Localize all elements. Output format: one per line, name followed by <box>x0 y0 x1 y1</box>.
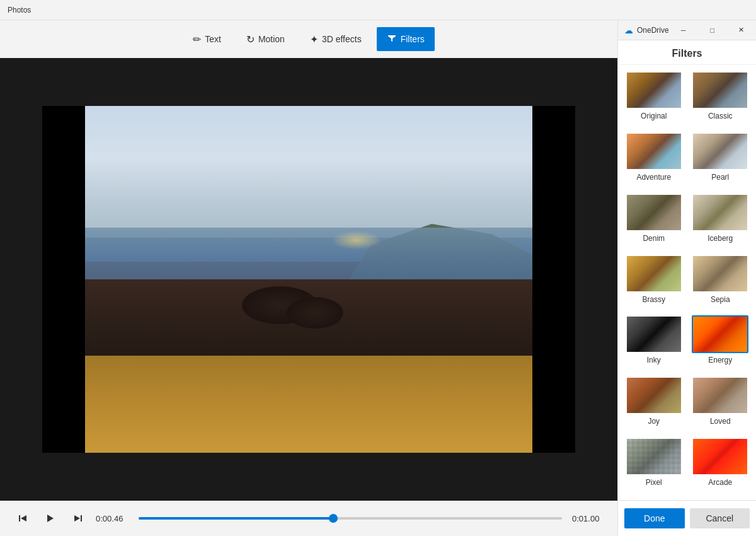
text-icon: ✏ <box>193 33 201 45</box>
cancel-button[interactable]: Cancel <box>690 508 750 528</box>
filters-grid: OriginalClassicAdventurePearlDenimIceber… <box>618 65 756 500</box>
svg-rect-1 <box>19 515 20 521</box>
filter-item-sepia[interactable]: Sepia <box>691 255 750 311</box>
filter-item-adventure[interactable]: Adventure <box>624 132 684 189</box>
filter-label-arcade: Arcade <box>708 478 732 487</box>
filter-thumb-loved <box>692 376 748 414</box>
filter-item-original[interactable]: Original <box>624 71 684 127</box>
svg-marker-3 <box>74 515 80 521</box>
filter-label-sepia: Sepia <box>711 295 730 304</box>
filter-label-loved: Loved <box>710 417 731 426</box>
filter-thumb-inner-pearl <box>693 134 747 169</box>
filter-label-pearl: Pearl <box>711 173 729 182</box>
filter-item-iceberg[interactable]: Iceberg <box>691 194 750 250</box>
filter-thumb-denim <box>626 194 682 231</box>
video-frame <box>42 106 575 453</box>
total-time: 0:01.00 <box>572 514 605 523</box>
filter-thumb-adventure <box>626 132 682 170</box>
filter-item-loved[interactable]: Loved <box>691 376 750 433</box>
filter-item-pearl[interactable]: Pearl <box>691 132 750 189</box>
filter-item-denim[interactable]: Denim <box>624 194 684 250</box>
filter-thumb-inner-classic <box>693 73 747 108</box>
filter-label-original: Original <box>641 112 667 120</box>
filters-label: Filters <box>401 34 425 44</box>
filter-thumb-pixel <box>626 438 682 475</box>
filter-item-brassy[interactable]: Brassy <box>624 255 684 311</box>
filters-button[interactable]: Filters <box>377 27 435 51</box>
filter-thumb-inner-iceberg <box>693 195 747 230</box>
play-button[interactable] <box>40 508 60 528</box>
playback-controls-area: 0:00.46 0:01.00 <box>0 501 617 536</box>
onedrive-bar: ☁ OneDrive ─ □ ✕ <box>618 20 756 40</box>
filter-item-energy[interactable]: Energy <box>691 315 750 371</box>
text-label: Text <box>205 34 221 44</box>
filter-label-classic: Classic <box>708 112 733 120</box>
svg-rect-4 <box>81 515 82 521</box>
video-black-bar-right <box>532 106 575 453</box>
filter-thumb-inner-loved <box>693 378 747 413</box>
prev-frame-button[interactable] <box>13 508 33 528</box>
filter-thumb-energy <box>692 315 748 353</box>
filter-label-iceberg: Iceberg <box>707 234 733 243</box>
text-button[interactable]: ✏ Text <box>183 27 231 51</box>
filter-thumb-inner-denim <box>627 195 681 230</box>
filter-thumb-inner-inky <box>627 317 681 352</box>
done-button[interactable]: Done <box>624 508 685 528</box>
app-title: Photos <box>8 6 31 15</box>
filters-panel: ☁ OneDrive ─ □ ✕ Filters OriginalClassic… <box>617 20 756 536</box>
progress-fill <box>139 517 333 520</box>
minimize-button[interactable]: ─ <box>669 20 698 40</box>
svg-marker-2 <box>47 515 54 522</box>
filter-label-denim: Denim <box>643 234 665 243</box>
filter-thumb-joy <box>626 376 682 414</box>
current-time: 0:00.46 <box>96 514 129 523</box>
3d-effects-icon: ✦ <box>310 33 318 45</box>
filter-label-adventure: Adventure <box>636 173 671 182</box>
close-button[interactable]: ✕ <box>727 20 756 40</box>
filter-thumb-original <box>626 71 682 109</box>
svg-marker-0 <box>21 515 26 521</box>
filter-thumb-iceberg <box>692 194 748 231</box>
filters-icon <box>387 33 397 45</box>
filter-label-inky: Inky <box>647 356 661 364</box>
filter-item-pixel[interactable]: Pixel <box>624 438 684 494</box>
motion-button[interactable]: ↻ Motion <box>236 27 295 51</box>
filter-label-pixel: Pixel <box>646 478 662 487</box>
filter-thumb-classic <box>692 71 748 109</box>
filter-label-brassy: Brassy <box>642 295 665 304</box>
3d-effects-button[interactable]: ✦ 3D effects <box>300 27 372 51</box>
filter-thumb-inner-sepia <box>693 256 747 291</box>
filter-thumb-pearl <box>692 132 748 170</box>
onedrive-icon: ☁ <box>624 25 633 35</box>
onedrive-label: OneDrive <box>637 26 669 35</box>
filters-title: Filters <box>618 40 756 65</box>
filter-thumb-sepia <box>692 255 748 293</box>
3d-effects-label: 3D effects <box>322 34 362 44</box>
filter-label-joy: Joy <box>648 417 660 426</box>
filter-item-classic[interactable]: Classic <box>691 71 750 127</box>
filter-item-arcade[interactable]: Arcade <box>691 438 750 494</box>
motion-icon: ↻ <box>246 33 255 45</box>
filter-thumb-inner-joy <box>627 378 681 413</box>
filter-thumb-inner-pixel <box>627 439 681 474</box>
filter-thumb-arcade <box>692 438 748 475</box>
filter-thumb-inner-arcade <box>693 439 747 474</box>
video-black-bar-left <box>42 106 85 453</box>
panel-footer: Done Cancel <box>618 500 756 536</box>
motion-label: Motion <box>258 34 285 44</box>
filter-thumb-inner-energy <box>693 317 747 352</box>
toolbar: ✏ Text ↻ Motion ✦ 3D effects Filters <box>0 20 617 58</box>
filter-item-joy[interactable]: Joy <box>624 376 684 433</box>
progress-handle[interactable] <box>329 514 338 523</box>
filter-thumb-inner-original <box>627 73 681 108</box>
maximize-button[interactable]: □ <box>698 20 727 40</box>
progress-bar[interactable] <box>139 517 562 520</box>
filter-item-inky[interactable]: Inky <box>624 315 684 371</box>
filter-thumb-brassy <box>626 255 682 293</box>
video-container <box>0 58 617 501</box>
filter-thumb-inner-brassy <box>627 256 681 291</box>
filter-thumb-inky <box>626 315 682 353</box>
filter-label-energy: Energy <box>708 356 732 364</box>
next-frame-button[interactable] <box>68 508 88 528</box>
filter-thumb-inner-adventure <box>627 134 681 169</box>
